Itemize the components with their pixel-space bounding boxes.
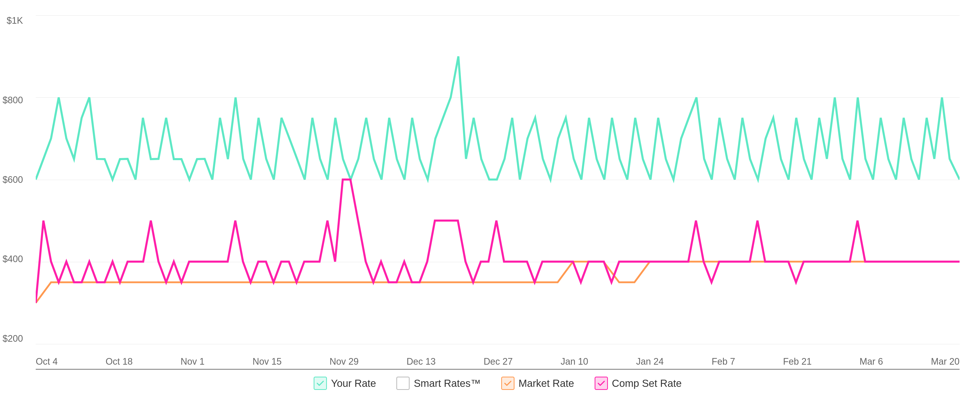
chart-lines (36, 15, 959, 344)
smart-rates-label: Smart Rates™ (414, 378, 480, 389)
x-label-nov15: Nov 15 (252, 356, 282, 367)
your-rate-line (36, 56, 959, 179)
market-rate-label: Market Rate (519, 378, 574, 389)
market-rate-icon (501, 377, 514, 390)
checkmark-orange-icon (504, 379, 512, 387)
x-axis: Oct 4 Oct 18 Nov 1 Nov 15 Nov 29 Dec 13 … (36, 356, 959, 367)
your-rate-label: Your Rate (331, 378, 376, 389)
legend-market-rate: Market Rate (501, 377, 574, 390)
x-label-dec13: Dec 13 (407, 356, 436, 367)
smart-rates-icon (396, 377, 410, 390)
y-label-600: $600 (3, 174, 23, 185)
checkmark-icon (316, 379, 325, 387)
x-label-dec27: Dec 27 (484, 356, 513, 367)
legend-smart-rates: Smart Rates™ (396, 377, 480, 390)
x-label-nov29: Nov 29 (329, 356, 359, 367)
x-label-jan10: Jan 10 (561, 356, 588, 367)
x-label-mar6: Mar 6 (859, 356, 883, 367)
x-label-mar20: Mar 20 (931, 356, 959, 367)
x-label-oct4: Oct 4 (36, 356, 58, 367)
chart-area: $1K $800 $600 $400 $200 (36, 15, 959, 344)
your-rate-icon (313, 377, 327, 390)
comp-set-rate-icon (595, 377, 608, 390)
comp-set-rate-label: Comp Set Rate (612, 378, 682, 389)
chart-legend: Your Rate Smart Rates™ Market Rate (313, 377, 682, 390)
y-label-1k: $1K (3, 15, 23, 26)
market-rate-line (36, 262, 959, 303)
y-label-200: $200 (3, 333, 23, 344)
comp-set-rate-line (36, 179, 959, 303)
y-label-800: $800 (3, 95, 23, 106)
y-label-400: $400 (3, 254, 23, 265)
checkmark-pink-icon (597, 379, 605, 387)
legend-comp-set-rate: Comp Set Rate (595, 377, 682, 390)
chart-container: $1K $800 $600 $400 $200 (0, 0, 980, 395)
x-label-oct18: Oct 18 (106, 356, 133, 367)
x-axis-line (36, 369, 959, 370)
legend-your-rate: Your Rate (313, 377, 376, 390)
x-label-feb21: Feb 21 (783, 356, 811, 367)
x-label-nov1: Nov 1 (181, 356, 205, 367)
x-label-jan24: Jan 24 (636, 356, 664, 367)
y-axis: $1K $800 $600 $400 $200 (3, 15, 23, 344)
x-label-feb7: Feb 7 (711, 356, 735, 367)
